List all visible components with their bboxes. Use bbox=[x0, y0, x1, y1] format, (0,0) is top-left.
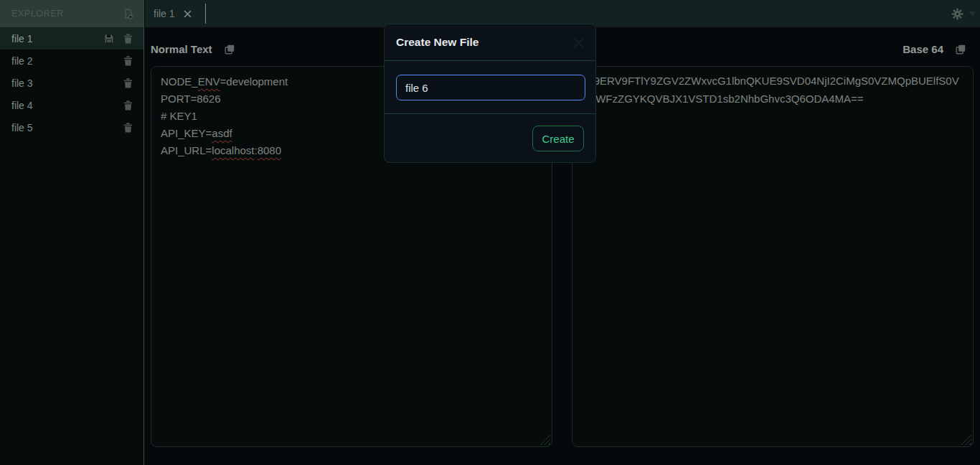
sidebar-file-item[interactable]: file 3 bbox=[0, 72, 143, 94]
normal-text-title: Normal Text bbox=[151, 43, 212, 55]
create-file-modal: Create New File Create bbox=[384, 24, 596, 163]
gear-icon[interactable] bbox=[951, 8, 963, 20]
tab-file-1[interactable]: file 1 bbox=[145, 0, 205, 27]
sidebar-file-item[interactable]: file 5 bbox=[0, 116, 143, 138]
file-name: file 2 bbox=[11, 55, 33, 67]
base64-title: Base 64 bbox=[903, 43, 943, 55]
save-icon[interactable] bbox=[104, 34, 114, 44]
trash-icon[interactable] bbox=[123, 123, 133, 133]
file-name: file 4 bbox=[11, 100, 33, 111]
copy-base64-icon[interactable] bbox=[955, 44, 966, 55]
file-name: file 1 bbox=[11, 33, 33, 44]
trash-icon[interactable] bbox=[123, 100, 133, 111]
tab-close-icon[interactable] bbox=[183, 9, 192, 19]
new-file-icon[interactable] bbox=[122, 8, 134, 20]
copy-normal-icon[interactable] bbox=[224, 44, 235, 55]
sidebar-file-item[interactable]: file 4 bbox=[0, 94, 143, 116]
base64-textarea[interactable]: Tk9ERV9FTlY9ZGV2ZWxvcG1lbnQKUE9SVD04NjI2… bbox=[572, 66, 974, 447]
trash-icon[interactable] bbox=[123, 34, 133, 44]
file-list: file 1 file 2 bbox=[0, 27, 143, 138]
modal-close-icon[interactable] bbox=[572, 36, 585, 50]
tab-label: file 1 bbox=[154, 8, 175, 19]
trash-icon[interactable] bbox=[123, 78, 133, 88]
create-button[interactable]: Create bbox=[532, 126, 584, 151]
chevron-down-icon[interactable] bbox=[969, 11, 976, 16]
explorer-title: EXPLORER bbox=[11, 9, 64, 19]
explorer-sidebar: EXPLORER file 1 bbox=[0, 0, 144, 465]
file-name: file 3 bbox=[11, 78, 33, 89]
trash-icon[interactable] bbox=[123, 56, 133, 66]
sidebar-file-item[interactable]: file 1 bbox=[0, 27, 143, 50]
modal-title: Create New File bbox=[396, 36, 479, 49]
tab-divider bbox=[205, 4, 206, 24]
sidebar-file-item[interactable]: file 2 bbox=[0, 50, 143, 72]
filename-input[interactable] bbox=[396, 75, 585, 100]
explorer-header: EXPLORER bbox=[0, 0, 143, 27]
file-name: file 5 bbox=[11, 122, 33, 133]
